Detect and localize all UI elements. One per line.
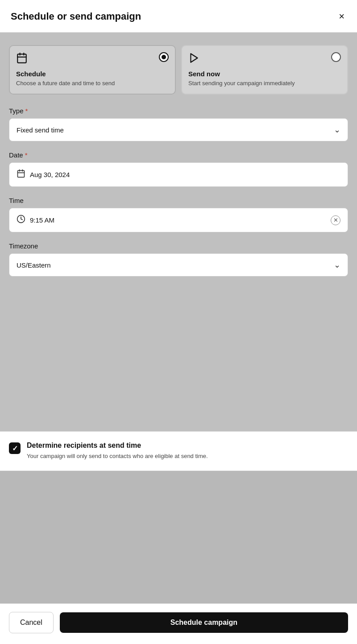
- timezone-dropdown[interactable]: US/Eastern ⌄: [9, 253, 348, 277]
- type-field-group: Type * Fixed send time ⌄: [9, 107, 348, 141]
- time-clear-icon[interactable]: ✕: [331, 215, 340, 225]
- recipients-checkbox[interactable]: ✓: [9, 442, 21, 454]
- time-field-group: Time 9:15 AM ✕: [9, 197, 348, 232]
- schedule-card-title: Schedule: [16, 70, 169, 78]
- gray-spacer: [0, 471, 357, 603]
- close-button[interactable]: ×: [337, 10, 346, 23]
- schedule-radio[interactable]: [159, 52, 169, 62]
- recipients-checkbox-section: ✓ Determine recipients at send time Your…: [0, 431, 357, 471]
- clock-icon: [17, 215, 25, 226]
- send-now-card-icon: [188, 52, 200, 66]
- recipients-checkbox-desc: Your campaign will only send to contacts…: [27, 452, 348, 461]
- modal-title: Schedule or send campaign: [11, 11, 141, 22]
- date-field-group: Date * Aug 30, 2024: [9, 151, 348, 187]
- svg-rect-0: [17, 54, 26, 62]
- timezone-value: US/Eastern: [17, 261, 51, 269]
- checkmark-icon: ✓: [12, 444, 18, 453]
- date-label: Date *: [9, 151, 348, 159]
- send-now-option-card[interactable]: Send now Start sending your campaign imm…: [181, 45, 348, 95]
- type-dropdown[interactable]: Fixed send time ⌄: [9, 118, 348, 141]
- option-cards-row: Schedule Choose a future date and time t…: [9, 45, 348, 95]
- svg-marker-4: [191, 54, 197, 62]
- schedule-option-card[interactable]: Schedule Choose a future date and time t…: [9, 45, 176, 95]
- date-required-star: *: [25, 151, 28, 159]
- date-value: Aug 30, 2024: [30, 171, 70, 178]
- time-value: 9:15 AM: [30, 216, 54, 224]
- recipients-text-group: Determine recipients at send time Your c…: [27, 442, 348, 461]
- time-label: Time: [9, 197, 348, 204]
- schedule-card-desc: Choose a future date and time to send: [16, 79, 169, 87]
- timezone-field-group: Timezone US/Eastern ⌄: [9, 242, 348, 277]
- type-chevron-icon: ⌄: [334, 125, 340, 135]
- time-input[interactable]: 9:15 AM ✕: [9, 208, 348, 232]
- modal-footer: Cancel Schedule campaign: [0, 603, 357, 644]
- type-required-star: *: [25, 107, 28, 115]
- svg-rect-5: [18, 171, 25, 178]
- send-now-card-desc: Start sending your campaign immediately: [188, 79, 341, 87]
- modal-content: Schedule Choose a future date and time t…: [0, 33, 357, 431]
- modal-container: Schedule or send campaign ×: [0, 0, 357, 644]
- timezone-chevron-icon: ⌄: [334, 260, 340, 270]
- schedule-card-icon: [16, 52, 28, 66]
- date-input[interactable]: Aug 30, 2024: [9, 162, 348, 187]
- cancel-button[interactable]: Cancel: [9, 612, 54, 633]
- type-value: Fixed send time: [17, 126, 64, 134]
- recipients-checkbox-title: Determine recipients at send time: [27, 442, 348, 450]
- send-now-radio[interactable]: [331, 52, 341, 62]
- type-label: Type *: [9, 107, 348, 115]
- modal-header: Schedule or send campaign ×: [0, 0, 357, 33]
- send-now-card-title: Send now: [188, 70, 341, 78]
- calendar-icon: [17, 169, 25, 180]
- schedule-campaign-button[interactable]: Schedule campaign: [60, 612, 348, 633]
- timezone-label: Timezone: [9, 242, 348, 250]
